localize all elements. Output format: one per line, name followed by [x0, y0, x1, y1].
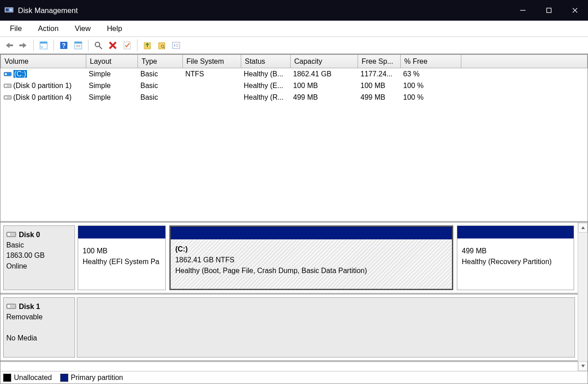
col-type[interactable]: Type	[138, 55, 183, 68]
window-title: Disk Management	[18, 6, 78, 15]
no-media-area[interactable]	[77, 297, 575, 358]
cell-capacity: 1862.41 GB	[291, 68, 358, 80]
cell-type: Basic	[138, 68, 183, 80]
disk-state: No Media	[6, 334, 37, 342]
cell-pct: 100 %	[401, 92, 461, 103]
scroll-up-button[interactable]	[578, 223, 588, 233]
help-icon[interactable]: ?	[57, 39, 70, 52]
drive-icon	[4, 94, 12, 101]
cell-status: Healthy (R...	[241, 92, 291, 103]
back-button[interactable]	[3, 39, 15, 52]
menu-file[interactable]: File	[2, 22, 30, 35]
disk-icon	[6, 302, 16, 308]
search-folder-icon[interactable]	[155, 39, 168, 52]
volume-row[interactable]: (C:)SimpleBasicNTFSHealthy (B...1862.41 …	[1, 68, 588, 80]
menu-view[interactable]: View	[66, 22, 98, 35]
partition-status: Healthy (Recovery Partition)	[462, 256, 569, 267]
svg-line-16	[99, 46, 102, 49]
cell-layout: Simple	[86, 68, 138, 80]
partition-title: (C:)	[175, 244, 447, 255]
column-headers[interactable]: Volume Layout Type File System Status Ca…	[1, 55, 588, 68]
legend-label-primary: Primary partition	[71, 374, 123, 382]
drive-icon	[4, 83, 12, 89]
toolbar: ?	[0, 37, 588, 54]
volume-name: (Disk 0 partition 4)	[13, 93, 72, 101]
volume-name: (C:)	[13, 70, 27, 78]
svg-rect-1	[6, 9, 9, 11]
partition-status: Healthy (EFI System Pa	[83, 256, 161, 267]
workspace: Volume Layout Type File System Status Ca…	[0, 54, 588, 384]
maximize-button[interactable]	[536, 0, 562, 21]
vertical-scrollbar[interactable]	[578, 223, 588, 371]
col-pctfree[interactable]: % Free	[401, 55, 461, 68]
legend-label-unallocated: Unallocated	[14, 374, 52, 382]
col-status[interactable]: Status	[241, 55, 291, 68]
graphical-pane: Disk 0Basic1863.00 GBOnline100 MBHealthy…	[0, 223, 588, 371]
titlebar: Disk Management	[0, 0, 588, 21]
forward-button[interactable]	[17, 39, 30, 52]
svg-rect-8	[40, 42, 47, 44]
col-volume[interactable]: Volume	[1, 55, 86, 68]
svg-rect-26	[5, 73, 7, 75]
partition-size: 1862.41 GB NTFS	[175, 255, 447, 265]
settings-list-icon[interactable]	[72, 39, 84, 52]
svg-rect-12	[75, 42, 82, 44]
disk-state: Online	[6, 262, 27, 270]
cell-fs	[183, 80, 241, 92]
disk-size: 1863.00 GB	[6, 252, 44, 259]
svg-rect-2	[9, 9, 12, 11]
legend-swatch-unallocated	[3, 374, 11, 382]
volume-row[interactable]: (Disk 0 partition 1)SimpleBasicHealthy (…	[1, 80, 588, 92]
disk-type: Removable	[6, 313, 43, 321]
svg-rect-32	[8, 233, 10, 236]
cell-fs	[183, 92, 241, 103]
volumes-list[interactable]: Volume Layout Type File System Status Ca…	[0, 54, 588, 223]
legend-swatch-primary	[60, 374, 68, 382]
new-up-icon[interactable]	[141, 39, 154, 52]
volume-name: (Disk 0 partition 1)	[13, 82, 72, 89]
refresh-icon[interactable]	[37, 39, 50, 52]
partition[interactable]: (C:)1862.41 GB NTFSHealthy (Boot, Page F…	[169, 225, 453, 290]
delete-icon[interactable]	[106, 39, 119, 52]
cell-layout: Simple	[86, 80, 138, 92]
cell-pct: 63 %	[401, 68, 461, 80]
partition-color-bar	[171, 227, 452, 239]
svg-rect-28	[5, 85, 7, 87]
svg-rect-22	[172, 42, 180, 49]
cell-status: Healthy (E...	[241, 80, 291, 92]
disk-header[interactable]: Disk 1RemovableNo Media	[3, 297, 75, 358]
disk-row: Disk 0Basic1863.00 GBOnline100 MBHealthy…	[0, 223, 578, 295]
disk-name: Disk 1	[19, 303, 40, 310]
col-free[interactable]: Free Sp...	[358, 55, 401, 68]
cell-fs: NTFS	[183, 68, 241, 80]
cell-free: 100 MB	[358, 80, 401, 92]
menu-help[interactable]: Help	[99, 22, 130, 35]
legend: Unallocated Primary partition	[0, 371, 588, 384]
minimize-button[interactable]	[510, 0, 536, 21]
cell-type: Basic	[138, 92, 183, 103]
disk-name: Disk 0	[19, 231, 40, 238]
cell-layout: Simple	[86, 92, 138, 103]
scroll-down-button[interactable]	[578, 361, 588, 371]
options-icon[interactable]	[170, 39, 182, 52]
find-icon[interactable]	[92, 39, 105, 52]
col-filesystem[interactable]: File System	[183, 55, 241, 68]
col-layout[interactable]: Layout	[86, 55, 138, 68]
col-filler	[461, 55, 588, 68]
volume-row[interactable]: (Disk 0 partition 4)SimpleBasicHealthy (…	[1, 92, 588, 103]
cell-pct: 100 %	[401, 80, 461, 92]
menu-action[interactable]: Action	[30, 22, 67, 35]
partition-color-bar	[457, 226, 574, 238]
partition[interactable]: 499 MBHealthy (Recovery Partition)	[457, 225, 574, 290]
svg-point-15	[95, 42, 100, 47]
close-button[interactable]	[562, 0, 588, 21]
cell-capacity: 100 MB	[291, 80, 358, 92]
svg-text:?: ?	[62, 42, 66, 49]
partition[interactable]: 100 MBHealthy (EFI System Pa	[78, 225, 166, 290]
drive-icon	[4, 71, 12, 77]
disk-header[interactable]: Disk 0Basic1863.00 GBOnline	[3, 225, 75, 290]
cell-capacity: 499 MB	[291, 92, 358, 103]
menubar: File Action View Help	[0, 21, 588, 37]
properties-icon[interactable]	[121, 39, 133, 52]
col-capacity[interactable]: Capacity	[291, 55, 358, 68]
